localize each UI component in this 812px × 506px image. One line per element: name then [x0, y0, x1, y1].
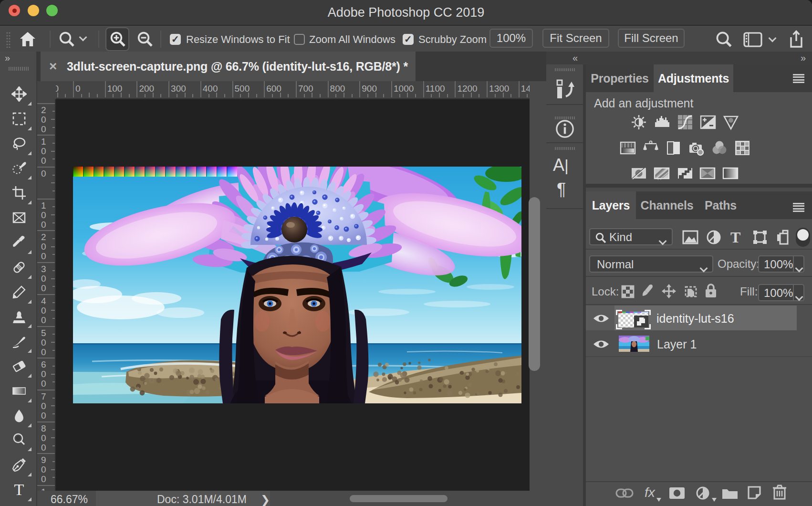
svg-text:T: T: [14, 482, 24, 497]
